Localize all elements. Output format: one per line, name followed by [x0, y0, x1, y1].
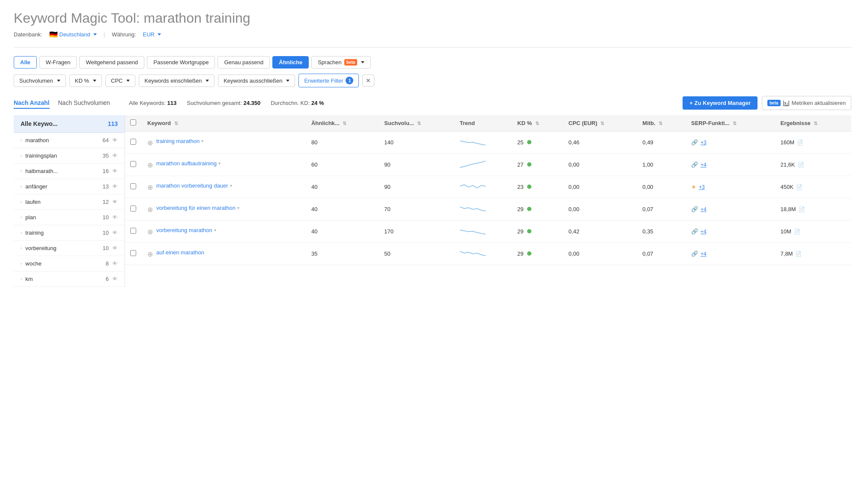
filter-clear-button[interactable]: ✕ — [362, 75, 374, 86]
tab-genau[interactable]: Genau passend — [218, 56, 270, 69]
row-kd-4: 29 — [512, 221, 563, 243]
serp-plus-link-4[interactable]: +4 — [701, 229, 707, 235]
country-dropdown[interactable]: 🇩🇪 Deutschland — [49, 30, 97, 39]
eye-icon-4[interactable]: 👁 — [112, 199, 118, 205]
row-kd-3: 29 — [512, 198, 563, 221]
keyword-expand-arrow-4[interactable]: ▾ — [214, 228, 216, 233]
col-mitb-label: Mitb. — [642, 120, 655, 126]
tab-sprachen[interactable]: Sprachen beta — [311, 56, 371, 69]
serp-plus-link-3[interactable]: +4 — [701, 206, 707, 212]
col-serp[interactable]: SERP-Funkti... ⇅ — [686, 115, 776, 131]
row-checkbox-input-0[interactable] — [130, 139, 136, 145]
keyword-sort-icon: ⇅ — [174, 121, 178, 126]
keyword-expand-arrow-0[interactable]: ▾ — [201, 139, 203, 143]
ausschliessen-chevron-icon — [286, 80, 289, 82]
sidebar-item-5[interactable]: › plan 10 👁 — [14, 210, 125, 225]
add-keyword-btn-2[interactable]: ⊕ — [147, 183, 153, 191]
ausschliessen-label: Keywords ausschließen — [224, 78, 282, 84]
col-mitb[interactable]: Mitb. ⇅ — [637, 115, 686, 131]
sidebar-item-9[interactable]: › km 6 👁 — [14, 271, 125, 287]
filter-cpc[interactable]: CPC — [105, 75, 135, 87]
row-mitb-5: 0,07 — [637, 243, 686, 265]
col-suchvolumen[interactable]: Suchvolu... ⇅ — [379, 115, 454, 131]
eye-icon-9[interactable]: 👁 — [112, 276, 118, 282]
eye-icon-7[interactable]: 👁 — [112, 245, 118, 251]
tab-aehnliche[interactable]: Ähnliche — [272, 56, 309, 69]
tab-nach-anzahl[interactable]: Nach Anzahl — [14, 98, 50, 109]
tab-wortgruppe[interactable]: Passende Wortgruppe — [147, 56, 215, 69]
keyword-link-4[interactable]: vorbereitung marathon — [156, 227, 212, 233]
eye-icon-6[interactable]: 👁 — [112, 230, 118, 236]
keyword-expand-1: marathon aufbautraining ▾ — [156, 160, 221, 167]
add-keyword-btn-0[interactable]: ⊕ — [147, 139, 153, 147]
row-serp-4: 🔗 +4 — [686, 221, 776, 243]
col-trend[interactable]: Trend — [455, 115, 513, 131]
metriken-button[interactable]: beta ↻ Metriken aktualisieren — [762, 96, 851, 110]
sidebar-item-4[interactable]: › laufen 12 👁 — [14, 194, 125, 210]
add-to-keyword-manager-button[interactable]: + Zu Keyword Manager — [683, 96, 758, 110]
keyword-link-2[interactable]: marathon vorbereitung dauer — [156, 182, 228, 189]
keyword-expand-arrow-2[interactable]: ▾ — [230, 183, 232, 188]
eye-icon-5[interactable]: 👁 — [112, 214, 118, 221]
tab-alle[interactable]: Alle — [14, 56, 37, 69]
row-checkbox-input-1[interactable] — [130, 161, 136, 167]
suchvolumen-stat-value: 24.350 — [243, 100, 260, 106]
col-aehnlichkeit[interactable]: Ähnlichk... ⇅ — [306, 115, 379, 131]
filter-suchvolumen[interactable]: Suchvolumen — [14, 75, 66, 87]
currency-dropdown[interactable]: EUR — [143, 31, 161, 38]
eye-icon-1[interactable]: 👁 — [112, 152, 118, 159]
col-ergebnisse[interactable]: Ergebnisse ⇅ — [776, 115, 851, 131]
row-mitb-3: 0,07 — [637, 198, 686, 221]
sidebar-item-3[interactable]: › anfänger 13 👁 — [14, 179, 125, 194]
filter-kd[interactable]: KD % — [69, 75, 102, 87]
sidebar-item-8[interactable]: › woche 8 👁 — [14, 256, 125, 271]
col-cpc[interactable]: CPC (EUR) ⇅ — [564, 115, 638, 131]
add-keyword-btn-4[interactable]: ⊕ — [147, 228, 153, 236]
sidebar-header-count: 113 — [108, 120, 118, 127]
keyword-link-0[interactable]: training marathon — [156, 138, 200, 144]
add-keyword-btn-5[interactable]: ⊕ — [147, 250, 153, 258]
sidebar-item-right-5: 10 👁 — [103, 214, 118, 221]
filter-einschliessen[interactable]: Keywords einschließen — [139, 75, 215, 87]
serp-plus-link-1[interactable]: +4 — [701, 162, 707, 168]
results-cell-2: 450K 📄 — [781, 184, 846, 190]
row-checkbox-input-4[interactable] — [130, 228, 136, 234]
sidebar-item-1[interactable]: › trainingsplan 35 👁 — [14, 148, 125, 164]
serp-plus-link-0[interactable]: +3 — [701, 140, 707, 146]
keyword-link-5[interactable]: auf einen marathon — [156, 249, 204, 256]
stats-left: Nach Anzahl Nach Suchvolumen Alle Keywor… — [14, 98, 324, 109]
sidebar-item-6[interactable]: › training 10 👁 — [14, 225, 125, 241]
table-row: ⊕ marathon vorbereitung dauer ▾ 40 90 23… — [125, 176, 851, 198]
eye-icon-2[interactable]: 👁 — [112, 168, 118, 174]
serp-plus-link-2[interactable]: +3 — [699, 184, 705, 190]
row-checkbox-input-3[interactable] — [130, 206, 136, 212]
col-kd[interactable]: KD % ⇅ — [512, 115, 563, 131]
filter-ausschliessen[interactable]: Keywords ausschließen — [218, 75, 295, 87]
sidebar-item-left-4: › laufen — [21, 199, 41, 205]
eye-icon-8[interactable]: 👁 — [112, 260, 118, 267]
row-suchvolumen-4: 170 — [379, 221, 454, 243]
add-keyword-btn-3[interactable]: ⊕ — [147, 206, 153, 214]
eye-icon-0[interactable]: 👁 — [112, 137, 118, 143]
keyword-link-1[interactable]: marathon aufbautraining — [156, 160, 217, 167]
sidebar-item-left-3: › anfänger — [21, 183, 48, 190]
sidebar-item-0[interactable]: › marathon 64 👁 — [14, 133, 125, 148]
sidebar-item-left-7: › vorbereitung — [21, 245, 57, 251]
kd-label: KD % — [75, 78, 89, 84]
add-keyword-btn-1[interactable]: ⊕ — [147, 161, 153, 169]
keyword-expand-arrow-1[interactable]: ▾ — [218, 161, 221, 166]
row-checkbox-input-5[interactable] — [130, 250, 136, 256]
filter-erweitert[interactable]: Erweiterte Filter 1 — [298, 74, 359, 87]
eye-icon-3[interactable]: 👁 — [112, 183, 118, 190]
keyword-link-3[interactable]: vorbereitung für einen marathon — [156, 205, 236, 211]
row-checkbox-input-2[interactable] — [130, 183, 136, 189]
sidebar-item-2[interactable]: › halbmarath... 16 👁 — [14, 164, 125, 179]
tab-weitgehend[interactable]: Weitgehend passend — [79, 56, 144, 69]
serp-plus-link-5[interactable]: +4 — [701, 251, 707, 257]
keyword-expand-arrow-3[interactable]: ▾ — [237, 206, 239, 210]
sidebar-item-7[interactable]: › vorbereitung 10 👁 — [14, 241, 125, 256]
tab-w-fragen[interactable]: W-Fragen — [39, 56, 77, 69]
select-all-checkbox[interactable] — [130, 119, 136, 125]
col-keyword[interactable]: Keyword ⇅ — [142, 115, 306, 131]
tab-nach-suchvolumen[interactable]: Nach Suchvolumen — [58, 98, 110, 109]
